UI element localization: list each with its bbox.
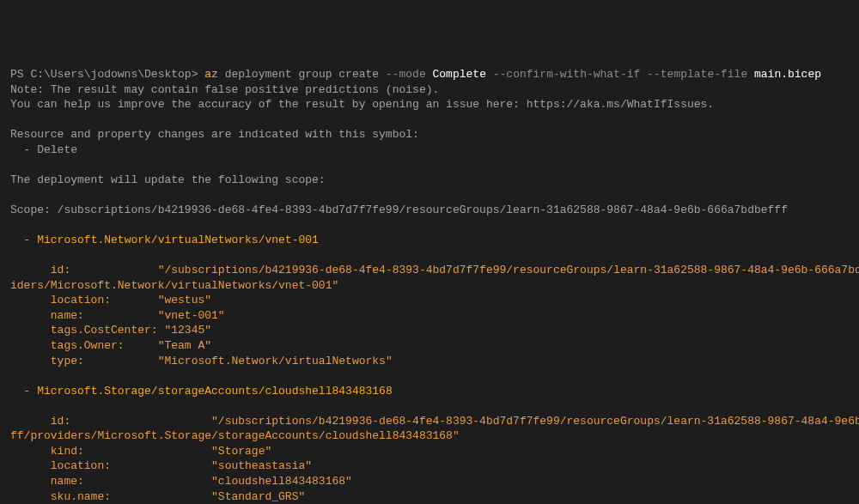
res2-dash: - [10,385,37,398]
mode-value: Complete [426,68,493,81]
cmd-az: az [204,68,218,81]
res1-costcenter-key: tags.CostCenter: [10,324,158,337]
res1-dash: - [10,234,37,246]
res1-title: Microsoft.Network/virtualNetworks/vnet-0… [37,234,319,246]
res2-name-val: "cloudshell843483168" [211,475,352,488]
res2-kind-val: "Storage" [211,445,271,458]
flag-template: --template-file [640,68,754,81]
scope-line: Scope: /subscriptions/b4219936-de68-4fe4… [10,203,788,216]
cmd-sub: deployment group create [218,68,386,81]
res2-id-val: "/subscriptions/b4219936-de68-4fe4-8393-… [211,415,859,428]
res1-owner-val: "Team A" [158,339,211,352]
template-value: main.bicep [754,68,821,81]
flag-mode: --mode [386,68,426,81]
res2-location-val: "southeastasia" [211,459,312,472]
res2-name-key: name: [10,475,211,488]
res2-id-key: id: [10,415,211,428]
res1-type-val: "Microsoft.Network/virtualNetworks" [158,355,393,367]
flag-confirm: --confirm-with-what-if [493,68,641,81]
terminal-output[interactable]: PS C:\Users\jodowns\Desktop> az deployme… [10,67,849,504]
res2-skuname-val: "Standard_GRS" [211,490,305,503]
res1-type-key: type: [10,355,158,367]
legend-delete-label: Delete [37,143,77,156]
res2-kind-key: kind: [10,445,211,458]
res1-location-val: "westus" [158,294,211,307]
res1-id-val: "/subscriptions/b4219936-de68-4fe4-8393-… [158,264,859,276]
res1-name-key: name: [10,309,158,322]
res1-owner-key: tags.Owner: [10,339,158,352]
ps-prompt: PS C:\Users\jodowns\Desktop> [10,68,204,81]
scope-intro: The deployment will update the following… [10,173,326,186]
res2-skuname-key: sku.name: [10,490,211,503]
res2-title: Microsoft.Storage/storageAccounts/clouds… [37,385,392,398]
res1-id-key: id: [10,264,158,276]
res2-location-key: location: [10,459,211,472]
res2-id-wrap: ff/providers/Microsoft.Storage/storageAc… [10,429,460,442]
legend-delete-dash: - [10,143,37,156]
res1-costcenter-val: "12345" [158,324,211,337]
legend-heading: Resource and property changes are indica… [10,128,419,141]
res1-id-wrap: iders/Microsoft.Network/virtualNetworks/… [10,279,338,292]
res1-location-key: location: [10,294,158,307]
res1-name-val: "vnet-001" [158,309,225,322]
note-noise: Note: The result may contain false posit… [10,83,439,96]
note-help: You can help us improve the accuracy of … [10,98,714,111]
